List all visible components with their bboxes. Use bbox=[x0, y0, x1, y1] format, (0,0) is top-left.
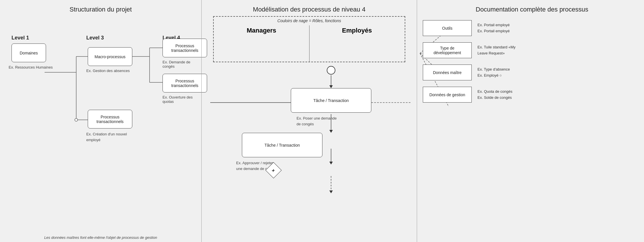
level3-box2: Processus transactionnels bbox=[88, 110, 132, 128]
svg-marker-18 bbox=[329, 130, 333, 133]
level3-sublabel2: Ex. Création d'un nouvel employé bbox=[86, 131, 127, 143]
doc-examples-donnees-maitre: Ex. Type d'absence Ex. Employé ○ bbox=[477, 67, 510, 79]
doc-box-donnees-maitre: Données maître bbox=[423, 65, 472, 80]
level1-label: Level 1 bbox=[12, 35, 29, 41]
section3-title: Documentation complète des processus bbox=[423, 6, 641, 13]
doc-row-donnees-maitre: Données maître Ex. Type d'absence Ex. Em… bbox=[423, 65, 515, 80]
section1-title: Structuration du projet bbox=[3, 6, 198, 13]
level3-box1: Macro-processus bbox=[88, 47, 132, 66]
doc-examples-donnees-gestion: Ex. Quota de congés Ex. Solde de congés bbox=[477, 89, 512, 101]
doc-row-type: Type de développement Ex. Tuile standard… bbox=[423, 42, 515, 58]
task1-box: Tâche / Transaction bbox=[291, 88, 371, 113]
main-container: Structuration du projet bbox=[0, 0, 644, 242]
section-documentation: Documentation complète des processus Out… bbox=[417, 0, 644, 242]
task1-sublabel: Ex. Poser une demande de congés bbox=[297, 116, 337, 127]
svg-marker-14 bbox=[329, 85, 333, 88]
svg-point-4 bbox=[75, 118, 78, 121]
section-modelisation: Modélisation des processus de niveau 4 bbox=[201, 0, 417, 242]
doc-examples-outils: Ex. Portail employé Ex. Portail employé bbox=[477, 22, 510, 34]
section-structuration: Structuration du projet bbox=[0, 0, 201, 242]
level4-box1: Processus transactionnels bbox=[163, 39, 207, 57]
svg-marker-22 bbox=[329, 190, 333, 193]
svg-marker-20 bbox=[329, 162, 333, 165]
task2-box: Tâche / Transaction bbox=[242, 133, 322, 157]
level1-sublabel: Ex. Ressources Humaines bbox=[9, 65, 53, 69]
doc-row-outils: Outils Ex. Portail employé Ex. Portail e… bbox=[423, 20, 515, 36]
diamond-label: x bbox=[271, 168, 276, 173]
project-structure: Level 1 Domaines Ex. Ressources Humaines… bbox=[3, 19, 198, 233]
employes-label: Employés bbox=[309, 27, 405, 34]
level4-sublabel1: Ex. Demande de congés bbox=[163, 60, 198, 69]
swim-label: Couloirs de nage = Rôles, fonctions bbox=[214, 18, 405, 23]
doc-boxes: Outils Ex. Portail employé Ex. Portail e… bbox=[423, 20, 515, 103]
bottom-label: Les données maîtres font elle-même l'obj… bbox=[0, 235, 201, 240]
managers-label: Managers bbox=[214, 27, 309, 34]
level1-box: Domaines bbox=[12, 44, 46, 62]
level4-box2: Processus transactionnels bbox=[163, 74, 207, 92]
section2-title: Modélisation des processus de niveau 4 bbox=[205, 6, 414, 13]
level3-label: Level 3 bbox=[86, 35, 104, 41]
doc-box-donnees-gestion: Données de gestion bbox=[423, 87, 472, 103]
level3-sublabel1: Ex. Gestion des absences bbox=[86, 69, 130, 73]
swim-lane-area: Couloirs de nage = Rôles, fonctions Mana… bbox=[205, 16, 414, 233]
doc-box-outils: Outils bbox=[423, 20, 472, 36]
doc-row-donnees-gestion: Données de gestion Ex. Quota de congés E… bbox=[423, 87, 515, 103]
doc-box-type: Type de développement bbox=[423, 42, 472, 58]
level4-sublabel2: Ex. Ouverture des quotas bbox=[163, 95, 198, 104]
doc-examples-type: Ex. Tuile standard «My Leave Request» bbox=[477, 44, 515, 56]
swim-outer-box: Couloirs de nage = Rôles, fonctions Mana… bbox=[213, 16, 405, 62]
start-circle bbox=[327, 66, 335, 75]
